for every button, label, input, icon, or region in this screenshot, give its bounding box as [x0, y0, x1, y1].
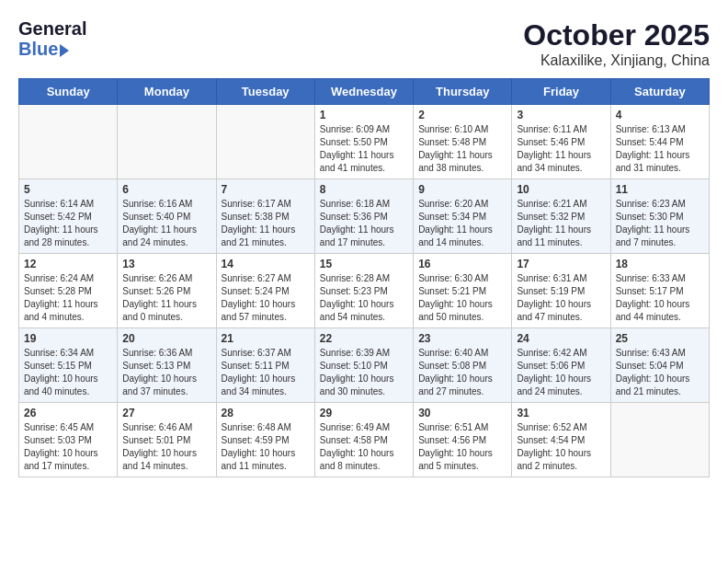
calendar-week-row: 26Sunrise: 6:45 AM Sunset: 5:03 PM Dayli…: [19, 403, 710, 477]
day-number: 20: [122, 332, 210, 345]
day-info: Sunrise: 6:40 AM Sunset: 5:08 PM Dayligh…: [418, 347, 506, 398]
day-info: Sunrise: 6:20 AM Sunset: 5:34 PM Dayligh…: [418, 198, 506, 249]
logo-arrow-icon: [60, 44, 69, 57]
day-info: Sunrise: 6:49 AM Sunset: 4:58 PM Dayligh…: [320, 421, 408, 473]
calendar-cell: 3Sunrise: 6:11 AM Sunset: 5:46 PM Daylig…: [512, 105, 610, 179]
calendar-cell: 13Sunrise: 6:26 AM Sunset: 5:26 PM Dayli…: [118, 254, 216, 328]
calendar-cell: [216, 105, 314, 179]
day-number: 24: [517, 332, 605, 345]
weekday-header-monday: Monday: [118, 79, 216, 105]
day-number: 15: [320, 258, 408, 270]
logo-text: General Blue: [18, 18, 86, 59]
day-info: Sunrise: 6:51 AM Sunset: 4:56 PM Dayligh…: [418, 421, 506, 473]
calendar-cell: 20Sunrise: 6:36 AM Sunset: 5:13 PM Dayli…: [118, 328, 216, 403]
day-number: 10: [517, 183, 605, 196]
day-number: 6: [122, 183, 210, 196]
calendar-week-row: 12Sunrise: 6:24 AM Sunset: 5:28 PM Dayli…: [19, 254, 710, 328]
day-number: 17: [517, 258, 605, 270]
day-info: Sunrise: 6:30 AM Sunset: 5:21 PM Dayligh…: [418, 272, 506, 324]
calendar-cell: 17Sunrise: 6:31 AM Sunset: 5:19 PM Dayli…: [512, 254, 610, 328]
calendar-cell: 19Sunrise: 6:34 AM Sunset: 5:15 PM Dayli…: [19, 328, 118, 403]
calendar-cell: [118, 105, 216, 179]
calendar-cell: 22Sunrise: 6:39 AM Sunset: 5:10 PM Dayli…: [314, 328, 413, 403]
day-info: Sunrise: 6:18 AM Sunset: 5:36 PM Dayligh…: [320, 198, 408, 249]
calendar-cell: 4Sunrise: 6:13 AM Sunset: 5:44 PM Daylig…: [610, 105, 709, 179]
day-info: Sunrise: 6:37 AM Sunset: 5:11 PM Dayligh…: [222, 347, 310, 398]
day-info: Sunrise: 6:33 AM Sunset: 5:17 PM Dayligh…: [616, 272, 704, 324]
day-info: Sunrise: 6:42 AM Sunset: 5:06 PM Dayligh…: [517, 347, 605, 398]
day-number: 1: [320, 109, 408, 121]
calendar-cell: 5Sunrise: 6:14 AM Sunset: 5:42 PM Daylig…: [19, 179, 118, 254]
day-number: 13: [122, 258, 210, 270]
logo: General Blue: [18, 18, 86, 59]
day-number: 9: [418, 183, 506, 196]
calendar-week-row: 1Sunrise: 6:09 AM Sunset: 5:50 PM Daylig…: [19, 105, 710, 179]
day-info: Sunrise: 6:11 AM Sunset: 5:46 PM Dayligh…: [517, 123, 605, 175]
day-info: Sunrise: 6:45 AM Sunset: 5:03 PM Dayligh…: [24, 421, 112, 473]
day-number: 23: [418, 332, 506, 345]
calendar-cell: 14Sunrise: 6:27 AM Sunset: 5:24 PM Dayli…: [216, 254, 314, 328]
calendar-week-row: 5Sunrise: 6:14 AM Sunset: 5:42 PM Daylig…: [19, 179, 710, 254]
weekday-header-tuesday: Tuesday: [216, 79, 314, 105]
day-info: Sunrise: 6:09 AM Sunset: 5:50 PM Dayligh…: [320, 123, 408, 175]
day-number: 19: [24, 332, 112, 345]
day-info: Sunrise: 6:21 AM Sunset: 5:32 PM Dayligh…: [517, 198, 605, 249]
calendar-cell: [610, 403, 709, 477]
day-number: 30: [418, 407, 506, 419]
calendar-cell: 12Sunrise: 6:24 AM Sunset: 5:28 PM Dayli…: [19, 254, 118, 328]
weekday-header-friday: Friday: [512, 79, 610, 105]
day-number: 4: [616, 109, 704, 121]
day-number: 28: [222, 407, 310, 419]
calendar-cell: 24Sunrise: 6:42 AM Sunset: 5:06 PM Dayli…: [512, 328, 610, 403]
day-info: Sunrise: 6:17 AM Sunset: 5:38 PM Dayligh…: [222, 198, 310, 249]
calendar-cell: [19, 105, 118, 179]
logo-general: General: [18, 18, 86, 39]
day-number: 26: [24, 407, 112, 419]
day-number: 11: [616, 183, 704, 196]
day-number: 25: [616, 332, 704, 345]
day-info: Sunrise: 6:26 AM Sunset: 5:26 PM Dayligh…: [122, 272, 210, 324]
calendar-cell: 18Sunrise: 6:33 AM Sunset: 5:17 PM Dayli…: [610, 254, 709, 328]
weekday-header-wednesday: Wednesday: [314, 79, 413, 105]
weekday-header-saturday: Saturday: [610, 79, 709, 105]
calendar-cell: 1Sunrise: 6:09 AM Sunset: 5:50 PM Daylig…: [314, 105, 413, 179]
day-number: 31: [517, 407, 605, 419]
day-info: Sunrise: 6:23 AM Sunset: 5:30 PM Dayligh…: [616, 198, 704, 249]
calendar-cell: 30Sunrise: 6:51 AM Sunset: 4:56 PM Dayli…: [414, 403, 512, 477]
day-info: Sunrise: 6:27 AM Sunset: 5:24 PM Dayligh…: [222, 272, 310, 324]
day-number: 27: [122, 407, 210, 419]
day-info: Sunrise: 6:39 AM Sunset: 5:10 PM Dayligh…: [320, 347, 408, 398]
day-number: 16: [418, 258, 506, 270]
logo-blue: Blue: [18, 39, 58, 59]
calendar-cell: 21Sunrise: 6:37 AM Sunset: 5:11 PM Dayli…: [216, 328, 314, 403]
calendar-cell: 9Sunrise: 6:20 AM Sunset: 5:34 PM Daylig…: [414, 179, 512, 254]
calendar-cell: 6Sunrise: 6:16 AM Sunset: 5:40 PM Daylig…: [118, 179, 216, 254]
calendar-week-row: 19Sunrise: 6:34 AM Sunset: 5:15 PM Dayli…: [19, 328, 710, 403]
day-number: 7: [222, 183, 310, 196]
calendar-cell: 15Sunrise: 6:28 AM Sunset: 5:23 PM Dayli…: [314, 254, 413, 328]
calendar-cell: 29Sunrise: 6:49 AM Sunset: 4:58 PM Dayli…: [314, 403, 413, 477]
weekday-header-row: SundayMondayTuesdayWednesdayThursdayFrid…: [19, 79, 710, 105]
day-info: Sunrise: 6:16 AM Sunset: 5:40 PM Dayligh…: [122, 198, 210, 249]
day-number: 22: [320, 332, 408, 345]
day-info: Sunrise: 6:34 AM Sunset: 5:15 PM Dayligh…: [24, 347, 112, 398]
page-header: General Blue October 2025 Kalaxilike, Xi…: [18, 18, 710, 69]
location-title: Kalaxilike, Xinjiang, China: [523, 52, 710, 69]
day-number: 14: [222, 258, 310, 270]
day-info: Sunrise: 6:28 AM Sunset: 5:23 PM Dayligh…: [320, 272, 408, 324]
calendar-table: SundayMondayTuesdayWednesdayThursdayFrid…: [18, 78, 710, 477]
calendar-cell: 27Sunrise: 6:46 AM Sunset: 5:01 PM Dayli…: [118, 403, 216, 477]
calendar-cell: 16Sunrise: 6:30 AM Sunset: 5:21 PM Dayli…: [414, 254, 512, 328]
calendar-cell: 26Sunrise: 6:45 AM Sunset: 5:03 PM Dayli…: [19, 403, 118, 477]
day-number: 18: [616, 258, 704, 270]
day-info: Sunrise: 6:43 AM Sunset: 5:04 PM Dayligh…: [616, 347, 704, 398]
day-info: Sunrise: 6:46 AM Sunset: 5:01 PM Dayligh…: [122, 421, 210, 473]
weekday-header-thursday: Thursday: [414, 79, 512, 105]
day-number: 12: [24, 258, 112, 270]
day-info: Sunrise: 6:14 AM Sunset: 5:42 PM Dayligh…: [24, 198, 112, 249]
calendar-cell: 2Sunrise: 6:10 AM Sunset: 5:48 PM Daylig…: [414, 105, 512, 179]
day-info: Sunrise: 6:48 AM Sunset: 4:59 PM Dayligh…: [222, 421, 310, 473]
calendar-cell: 11Sunrise: 6:23 AM Sunset: 5:30 PM Dayli…: [610, 179, 709, 254]
weekday-header-sunday: Sunday: [19, 79, 118, 105]
day-number: 2: [418, 109, 506, 121]
